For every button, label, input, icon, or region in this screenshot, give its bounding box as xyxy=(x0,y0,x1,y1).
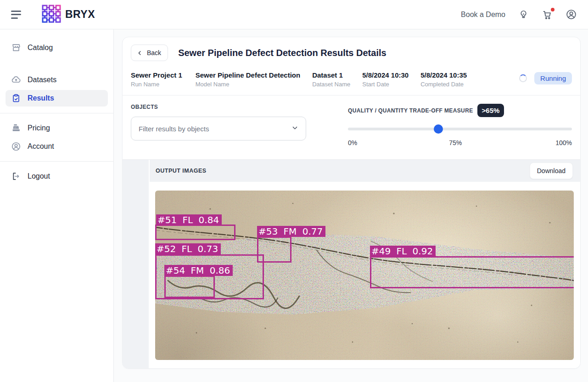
sidebar-divider xyxy=(0,113,113,113)
dataset-name-value: Dataset 1 xyxy=(312,71,350,79)
completed-date-field: 5/8/2024 10:35 Completed Date xyxy=(420,71,467,88)
page-title: Sewer Pipeline Defect Detection Results … xyxy=(178,48,386,58)
chevron-down-icon xyxy=(291,124,298,133)
output-images-heading: OUTPUT IMAGES xyxy=(156,168,207,174)
model-name-value: Sewer Pipeline Defect Detection xyxy=(196,71,300,79)
sidebar-divider xyxy=(0,161,113,162)
completed-date-value: 5/8/2024 10:35 xyxy=(420,71,467,79)
model-name-label: Model Name xyxy=(196,81,300,88)
sidebar-item-label: Account xyxy=(28,142,54,151)
start-date-label: Start Date xyxy=(362,81,409,88)
detection-box xyxy=(164,275,215,298)
detection-box xyxy=(370,256,574,288)
logout-icon xyxy=(11,171,21,181)
results-details-card: Back Sewer Pipeline Defect Detection Res… xyxy=(122,37,581,369)
objects-filter-select[interactable]: Filter results by objects xyxy=(131,117,306,140)
run-name-label: Run Name xyxy=(131,81,182,88)
cart-button[interactable] xyxy=(541,9,553,21)
model-name-field: Sewer Pipeline Defect Detection Model Na… xyxy=(196,71,300,88)
cart-notification-dot xyxy=(551,8,554,11)
detection-label: #53 FM 0.77 xyxy=(257,226,325,237)
sidebar-item-pricing[interactable]: Pricing xyxy=(6,120,108,136)
sidebar-item-label: Logout xyxy=(28,172,50,180)
detection-label: #54 FM 0.86 xyxy=(164,265,233,276)
slider-scale: 0% 75% 100% xyxy=(348,139,572,147)
run-info-row: Sewer Project 1 Run Name Sewer Pipeline … xyxy=(123,66,580,96)
brand-name: BRYX xyxy=(65,8,95,21)
dataset-name-field: Dataset 1 Dataset Name xyxy=(312,71,350,88)
detection-box xyxy=(257,236,291,263)
main-content: Back Sewer Pipeline Defect Detection Res… xyxy=(114,29,588,382)
slider-track[interactable] xyxy=(348,128,572,130)
completed-date-label: Completed Date xyxy=(420,81,467,88)
cloud-upload-icon xyxy=(11,75,21,85)
menu-icon[interactable] xyxy=(11,10,24,20)
lightbulb-icon xyxy=(518,9,529,20)
bryx-logo-icon xyxy=(41,4,62,25)
output-images-header: OUTPUT IMAGES Download xyxy=(150,160,580,182)
sidebar-item-label: Catalog xyxy=(28,44,53,52)
clipboard-check-icon xyxy=(11,93,21,103)
output-detection-image[interactable]: #51 FL 0.84#52 FL 0.73#54 FM 0.86#53 FM … xyxy=(155,191,574,360)
start-date-value: 5/8/2024 10:30 xyxy=(362,71,409,79)
output-section: OUTPUT IMAGES Download xyxy=(123,159,580,368)
detection-label: #52 FL 0.73 xyxy=(155,243,221,254)
sidebar-item-datasets[interactable]: Datasets xyxy=(6,72,108,88)
tradeoff-label: QUALITY / QUANTITY TRADE-OFF MEASURE xyxy=(348,107,473,114)
cash-register-icon xyxy=(11,123,21,133)
objects-filter-placeholder: Filter results by objects xyxy=(139,125,291,133)
dataset-name-label: Dataset Name xyxy=(312,81,350,88)
sidebar-item-logout[interactable]: Logout xyxy=(6,168,108,185)
download-button[interactable]: Download xyxy=(530,163,573,179)
brand-logo[interactable]: BRYX xyxy=(41,4,95,25)
person-circle-icon xyxy=(11,141,21,152)
scale-max: 100% xyxy=(555,139,572,146)
sidebar-item-label: Results xyxy=(28,94,54,102)
scale-mid: 75% xyxy=(449,139,462,146)
running-spinner-icon xyxy=(519,74,527,82)
back-button-label: Back xyxy=(147,49,161,56)
chevron-left-icon xyxy=(137,50,143,56)
start-date-field: 5/8/2024 10:30 Start Date xyxy=(362,71,409,88)
filter-row: OBJECTS Filter results by objects QUALIT… xyxy=(123,96,580,159)
detection-label: #49 FL 0.92 xyxy=(370,246,436,257)
detection-label: #51 FL 0.84 xyxy=(156,214,222,225)
storefront-icon xyxy=(11,43,21,53)
run-name-value: Sewer Project 1 xyxy=(131,71,182,79)
sidebar-item-label: Pricing xyxy=(28,124,50,132)
lightbulb-button[interactable] xyxy=(517,9,529,21)
objects-label: OBJECTS xyxy=(131,104,306,110)
detection-box xyxy=(155,225,235,240)
book-a-demo-link[interactable]: Book a Demo xyxy=(461,11,505,19)
sidebar-item-label: Datasets xyxy=(28,76,56,84)
tradeoff-value-badge: >65% xyxy=(477,104,504,117)
sidebar-item-results[interactable]: Results xyxy=(6,90,108,107)
account-icon xyxy=(566,9,577,20)
top-bar: BRYX Book a Demo xyxy=(0,0,588,29)
tradeoff-slider[interactable] xyxy=(348,124,572,134)
sidebar: Catalog Datasets Results xyxy=(0,29,114,382)
slider-thumb[interactable] xyxy=(434,124,443,134)
back-button[interactable]: Back xyxy=(131,45,168,61)
scale-min: 0% xyxy=(348,139,357,146)
output-left-rail xyxy=(123,160,150,368)
sidebar-item-account[interactable]: Account xyxy=(6,138,108,155)
account-button[interactable] xyxy=(565,9,577,21)
run-name-field: Sewer Project 1 Run Name xyxy=(131,71,182,88)
sidebar-item-catalog[interactable]: Catalog xyxy=(6,39,108,56)
status-badge: Running xyxy=(534,72,572,84)
